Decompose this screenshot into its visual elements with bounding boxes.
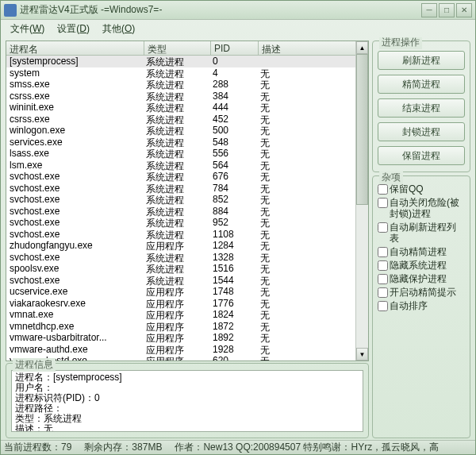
table-row[interactable]: vmware-usbarbitrator...应用程序1892无: [6, 332, 368, 344]
cell-name: svchost.exe: [10, 206, 146, 218]
cell-type: 系统进程: [146, 171, 213, 183]
scroll-down-icon[interactable]: ▼: [356, 348, 368, 361]
process-info-content: 进程名：[systemprocess] 用户名： 进程标识符(PID)：0 进程…: [11, 370, 363, 432]
cell-pid: 852: [213, 194, 260, 206]
chk-hide-protect[interactable]: [378, 274, 388, 284]
cell-type: 系统进程: [146, 56, 213, 67]
table-row[interactable]: vmnat.exe应用程序1824无: [6, 309, 368, 321]
col-header-name[interactable]: 进程名: [6, 41, 144, 55]
table-row[interactable]: csrss.exe系统进程452无: [6, 114, 368, 125]
table-row[interactable]: svchost.exe系统进程884无: [6, 206, 368, 218]
cell-desc: 无: [260, 137, 365, 148]
cell-type: 应用程序: [146, 298, 213, 310]
cell-desc: 无: [260, 206, 365, 218]
cell-pid: 548: [213, 137, 260, 148]
table-row[interactable]: svchost.exe系统进程1328无: [6, 252, 368, 264]
cell-desc: 无: [260, 332, 365, 344]
cell-desc: 无: [260, 355, 365, 361]
scrollbar[interactable]: ▲ ▼: [355, 41, 368, 361]
maximize-button[interactable]: □: [439, 3, 455, 17]
chk-hide-sys[interactable]: [378, 260, 388, 271]
table-row[interactable]: vmware-authd.exe应用程序1928无: [6, 344, 368, 356]
table-row[interactable]: system系统进程4无: [6, 67, 368, 79]
cell-type: 系统进程: [146, 252, 213, 264]
table-row[interactable]: svchost.exe系统进程852无: [6, 194, 368, 206]
cell-name: viakaraokesrv.exe: [10, 298, 146, 310]
status-mem: 剩余内存：387MB: [84, 441, 162, 454]
cell-desc: 无: [260, 309, 365, 321]
col-header-desc[interactable]: 描述: [259, 41, 368, 55]
chk-enable-fine[interactable]: [378, 287, 388, 298]
table-row[interactable]: wininit.exe系统进程444无: [6, 102, 368, 114]
table-row[interactable]: csrss.exe系统进程384无: [6, 91, 368, 102]
cell-name: winlogon.exe: [10, 125, 146, 137]
misc-group-title: 杂项: [379, 171, 403, 184]
scrollbar-thumb[interactable]: [356, 54, 368, 205]
keep-button[interactable]: 保留进程: [378, 146, 465, 165]
cell-pid: 500: [213, 125, 260, 137]
scroll-up-icon[interactable]: ▲: [356, 41, 368, 54]
chk-auto-refresh[interactable]: [378, 222, 388, 233]
table-row[interactable]: vmnetdhcp.exe应用程序1872无: [6, 321, 368, 333]
window-title: 进程雷达V4正式版 -=Windows7=-: [20, 3, 421, 17]
info-group-title: 进程信息: [13, 358, 56, 372]
table-row[interactable]: [systemprocess]系统进程0: [6, 56, 368, 67]
cell-desc: 无: [260, 298, 365, 310]
table-row[interactable]: vmware-hostd.exe应用程序620无: [6, 355, 368, 361]
cell-name: svchost.exe: [10, 171, 146, 183]
menu-file[interactable]: 文件(W): [6, 21, 49, 37]
cell-name: vmnetdhcp.exe: [10, 321, 146, 333]
chk-auto-close-danger-label: 自动关闭危险(被封锁)进程: [390, 197, 465, 219]
table-row[interactable]: ucservice.exe应用程序1748无: [6, 286, 368, 298]
cell-pid: 676: [213, 171, 260, 183]
table-row[interactable]: viakaraokesrv.exe应用程序1776无: [6, 298, 368, 310]
table-row[interactable]: zhudongfangyu.exe应用程序1284无: [6, 240, 368, 252]
menu-settings[interactable]: 设置(D): [52, 21, 94, 37]
cell-type: 系统进程: [146, 91, 213, 102]
col-header-type[interactable]: 类型: [144, 41, 211, 55]
table-row[interactable]: svchost.exe系统进程784无: [6, 183, 368, 195]
table-row[interactable]: lsass.exe系统进程556无: [6, 148, 368, 160]
table-row[interactable]: services.exe系统进程548无: [6, 137, 368, 148]
table-row[interactable]: smss.exe系统进程288无: [6, 79, 368, 91]
table-row[interactable]: svchost.exe系统进程1108无: [6, 229, 368, 241]
cell-pid: 1516: [213, 263, 260, 275]
cell-name: vmware-usbarbitrator...: [10, 332, 146, 344]
cell-pid: 620: [213, 355, 260, 361]
cell-pid: 444: [213, 102, 260, 114]
cell-type: 系统进程: [146, 67, 213, 79]
end-button[interactable]: 结束进程: [378, 98, 465, 118]
chk-auto-close-danger[interactable]: [378, 198, 388, 208]
cell-type: 系统进程: [146, 160, 213, 172]
chk-auto-trim[interactable]: [378, 247, 388, 257]
process-list[interactable]: 进程名 类型 PID 描述 [systemprocess]系统进程0system…: [6, 40, 369, 361]
menu-other[interactable]: 其他(O): [98, 21, 140, 37]
table-row[interactable]: svchost.exe系统进程676无: [6, 171, 368, 183]
table-row[interactable]: svchost.exe系统进程952无: [6, 217, 368, 229]
cell-type: 系统进程: [146, 275, 213, 287]
cell-name: svchost.exe: [10, 217, 146, 229]
table-row[interactable]: spoolsv.exe系统进程1516无: [6, 263, 368, 275]
table-row[interactable]: svchost.exe系统进程1544无: [6, 275, 368, 287]
chk-auto-sort[interactable]: [378, 301, 388, 311]
close-button[interactable]: ✕: [456, 3, 472, 17]
chk-keep-qq[interactable]: [378, 184, 388, 195]
chk-auto-trim-label: 自动精简进程: [390, 246, 447, 257]
block-button[interactable]: 封锁进程: [378, 122, 465, 141]
table-row[interactable]: lsm.exe系统进程564无: [6, 160, 368, 172]
chk-hide-protect-label: 隐藏保护进程: [390, 273, 447, 284]
trim-button[interactable]: 精简进程: [378, 75, 465, 94]
cell-name: spoolsv.exe: [10, 263, 146, 275]
cell-name: smss.exe: [10, 79, 146, 91]
cell-type: 应用程序: [146, 286, 213, 298]
minimize-button[interactable]: ─: [421, 3, 437, 17]
ops-group-title: 进程操作: [379, 37, 422, 49]
refresh-button[interactable]: 刷新进程: [378, 51, 465, 70]
cell-pid: 1872: [213, 321, 260, 333]
status-author: 作者：New13 QQ:200894507 特别鸣谢：HYrz，孤云晓风，高: [175, 441, 439, 454]
cell-type: 系统进程: [146, 217, 213, 229]
cell-desc: 无: [260, 102, 365, 114]
cell-name: csrss.exe: [10, 91, 146, 102]
table-row[interactable]: winlogon.exe系统进程500无: [6, 125, 368, 137]
col-header-pid[interactable]: PID: [211, 41, 259, 55]
